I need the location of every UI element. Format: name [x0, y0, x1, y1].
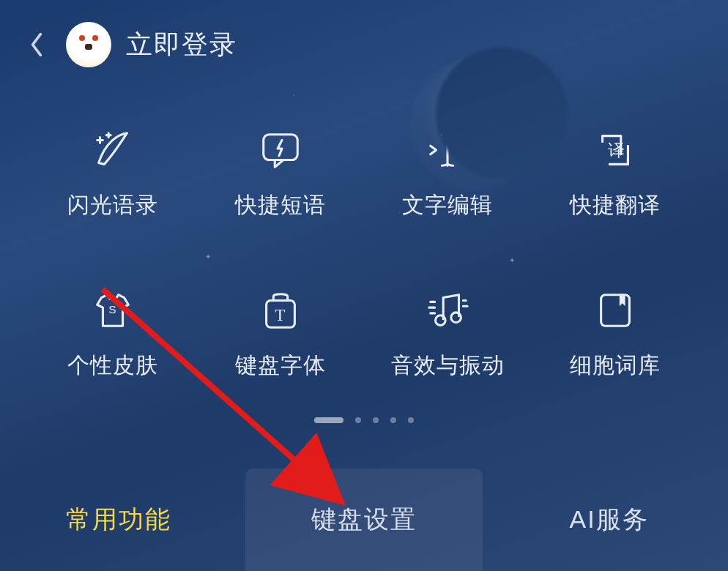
svg-text:S: S [108, 303, 116, 316]
grid-item-label: 个性皮肤 [67, 351, 158, 381]
feather-sparkle-icon [89, 126, 137, 174]
chat-bolt-icon [256, 126, 305, 174]
header: 立即登录 [0, 0, 728, 67]
music-vibrate-icon [423, 286, 472, 335]
grid-item-text-edit[interactable]: 文字编辑 [364, 126, 532, 220]
page-dot [355, 417, 361, 423]
grid-item-label: 文字编辑 [402, 190, 493, 220]
page-indicator [0, 417, 728, 423]
svg-text:译: 译 [608, 141, 625, 160]
grid-item-sound-vibration[interactable]: 音效与振动 [364, 286, 532, 381]
shirt-icon: S [89, 286, 137, 335]
tab-ai-services[interactable]: AI服务 [490, 469, 728, 571]
grid-item-quick-translate[interactable]: 译 快捷翻译 [532, 126, 699, 220]
grid-item-quick-phrases[interactable]: 快捷短语 [197, 126, 365, 220]
page-dot-active [314, 417, 343, 423]
dictionary-icon [591, 286, 639, 335]
chevron-left-icon [29, 31, 45, 58]
grid-item-flash-quotes[interactable]: 闪光语录 [29, 126, 197, 220]
font-bag-icon: T [256, 286, 305, 335]
svg-point-6 [451, 313, 461, 323]
bottom-tabs: 常用功能 键盘设置 AI服务 [0, 469, 728, 571]
svg-point-5 [436, 316, 446, 326]
grid-item-label: 快捷短语 [235, 190, 326, 220]
tab-keyboard-settings[interactable]: 键盘设置 [245, 469, 483, 571]
page-dot [390, 417, 396, 423]
text-cursor-icon [423, 126, 472, 174]
grid-item-label: 音效与振动 [391, 351, 505, 381]
grid-item-keyboard-font[interactable]: T 键盘字体 [197, 286, 365, 381]
translate-icon: 译 [591, 126, 639, 174]
page-dot [408, 417, 414, 423]
grid-item-skins[interactable]: S 个性皮肤 [29, 286, 197, 381]
page-dot [373, 417, 379, 423]
grid-item-cell-dictionary[interactable]: 细胞词库 [532, 286, 699, 381]
login-link[interactable]: 立即登录 [126, 27, 237, 63]
grid-item-label: 细胞词库 [570, 351, 661, 381]
grid-item-label: 闪光语录 [67, 190, 158, 220]
grid-item-label: 快捷翻译 [570, 190, 661, 220]
svg-rect-0 [264, 135, 298, 160]
avatar[interactable] [66, 22, 111, 67]
tab-common-functions[interactable]: 常用功能 [0, 469, 238, 571]
grid-item-label: 键盘字体 [235, 351, 326, 381]
feature-grid: 闪光语录 快捷短语 文字编辑 译 快捷翻译 S 个性皮肤 T 键盘字体 [0, 126, 728, 381]
back-button[interactable] [22, 30, 51, 59]
svg-text:T: T [275, 305, 285, 324]
